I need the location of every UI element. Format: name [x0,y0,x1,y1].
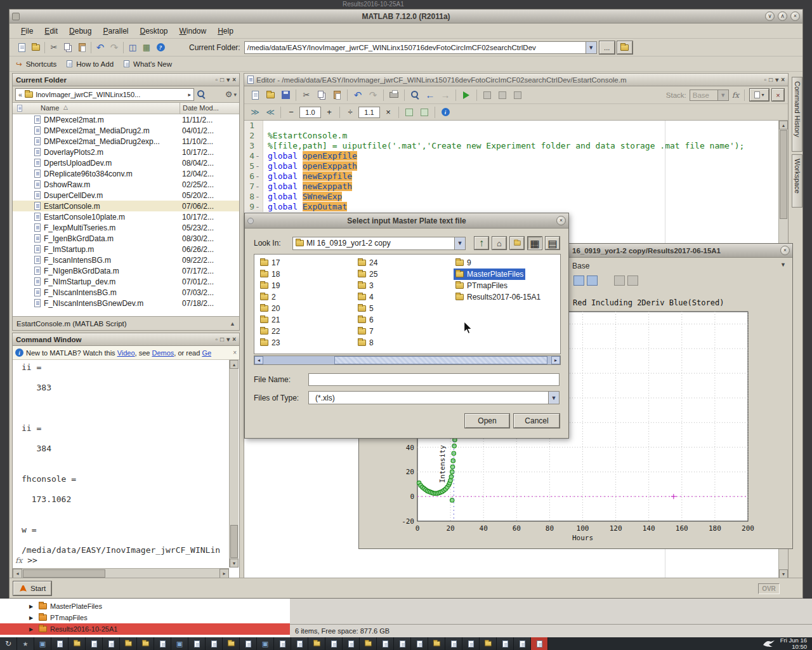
taskbar-item[interactable] [497,637,514,650]
dialog-titlebar[interactable]: Select input Master Plate text file × [245,213,568,229]
folder-item[interactable]: 3 [356,280,376,291]
taskbar-item[interactable] [223,637,240,650]
folder-item[interactable]: 19 [258,280,282,291]
folder-item[interactable]: 21 [258,314,282,326]
undo-button[interactable]: ↶ [351,88,365,102]
go-forward-button[interactable]: → [438,88,452,102]
folder-item[interactable]: 4 [356,291,376,303]
run-button[interactable] [459,88,473,102]
decrement-button[interactable]: − [284,105,298,119]
getting-started-link[interactable]: Ge [202,349,211,357]
file-row[interactable]: F_IscanIntensBG.m09/22/2... [13,255,239,265]
taskbar-item[interactable] [274,637,291,650]
menu-debug[interactable]: Debug [64,25,96,37]
maximize-button[interactable]: ∧ [778,11,787,21]
scroll-right-icon[interactable]: ▸ [219,569,229,578]
close-panel-icon[interactable]: × [232,76,236,83]
scroll-left-icon[interactable]: ◂ [254,356,263,364]
fx-button[interactable]: fx [732,91,739,100]
go-back-button[interactable]: ← [423,88,437,102]
file-row[interactable]: DMPexcel2mat.m11/11/2... [13,114,239,125]
figure-tool-icon[interactable] [614,275,625,286]
file-name-input[interactable] [308,373,560,386]
scroll-up-icon[interactable]: ▴ [779,121,788,129]
paste-button[interactable] [75,41,89,55]
sort-ascending-icon[interactable]: △ [63,104,68,110]
show-desktop-button[interactable]: ↻ [0,637,17,650]
matlab-titlebar[interactable]: MATLAB 7.12.0 (R2011a) ∨ ∧ × [10,10,802,23]
folder-item[interactable]: 17 [258,257,282,269]
taskbar-item[interactable] [206,637,223,650]
file-row[interactable]: DoverlayPlots2.m10/17/2... [13,147,239,157]
step-button[interactable] [495,88,509,102]
current-folder-combobox[interactable]: /media/data/EASY/InovImager_jwrCF_WINLin… [244,41,597,54]
file-row[interactable]: F_IgenBkGrdData.m08/30/2... [13,233,239,244]
tree-expand-icon[interactable]: ▶ [29,627,36,632]
open-file-button[interactable] [263,88,277,102]
breakpoints-button[interactable] [480,88,494,102]
taskbar-item[interactable] [480,637,497,650]
start-button[interactable]: Start [13,581,51,595]
find-button[interactable] [408,88,422,102]
scroll-right-icon[interactable]: ▸ [551,356,560,364]
taskbar-item[interactable] [514,637,531,650]
breadcrumb-back-icon[interactable]: « [18,91,22,98]
taskbar-item[interactable] [86,637,103,650]
tab-command-history[interactable]: Command History [792,77,802,152]
figure-combo-dropdown-icon[interactable]: ▼ [780,262,786,268]
menu-window[interactable]: Window [174,25,212,37]
taskbar-item[interactable] [69,637,86,650]
file-row[interactable]: DReplicate96to384conv.m12/04/2... [13,168,239,179]
tree-item[interactable]: ▶MasterPlateFiles [0,600,290,612]
file-manager-tree[interactable]: ▶MasterPlateFiles▶PTmapFiles▶Results2016… [0,599,290,637]
taskbar-item[interactable]: ▣ [171,637,188,650]
multiply-button[interactable]: × [381,105,395,119]
search-icon[interactable] [197,90,206,99]
scrollbar-thumb[interactable] [23,569,105,578]
simulink-button[interactable]: ◫ [126,41,140,55]
file-row[interactable]: F_NIscanIntensBG.m07/03/2... [13,287,239,298]
taskbar-item[interactable] [308,637,325,650]
combo-dropdown-icon[interactable]: ▼ [586,42,596,53]
file-row[interactable]: DshowRaw.m02/25/2... [13,179,239,190]
name-column-label[interactable]: Name [41,104,59,112]
figure-tool-icon[interactable] [587,275,598,286]
folder-item[interactable]: 22 [258,326,282,337]
close-panel-icon[interactable]: × [781,76,785,83]
scrollbar-thumb[interactable] [334,356,547,364]
command-window-header[interactable]: Command Window ▫ □ ▾ × [13,333,239,346]
up-one-level-button[interactable]: ↑ [475,237,488,249]
scroll-up-icon[interactable]: ▴ [230,360,239,369]
maximize-panel-icon[interactable]: □ [220,336,224,343]
taskbar-item[interactable] [325,637,343,650]
folder-item[interactable]: 7 [356,326,376,337]
dialog-file-list[interactable]: 171819220212223 2425345678 9MasterPlateF… [254,254,561,354]
indent-left-icon[interactable]: ≪ [263,105,277,119]
home-button[interactable]: ⌂ [492,237,506,249]
date-column-label[interactable]: Date Mod... [183,104,219,112]
undock-icon[interactable]: ▫ [216,336,218,343]
file-row[interactable]: DMPexcel2mat_MediaDrug2.m04/01/2... [13,125,239,136]
indent-right-icon[interactable]: ≫ [248,105,262,119]
paste-button[interactable] [330,88,344,102]
taskbar-item[interactable] [360,637,377,650]
file-row[interactable]: F_NImStartup_dev.m07/01/2... [13,276,239,287]
tree-expand-icon[interactable]: ▶ [29,604,36,609]
taskbar-item[interactable] [428,637,445,650]
clock[interactable]: Fri Jun 16 10:50 [780,637,807,650]
taskbar-item[interactable]: ▣ [257,637,274,650]
banner-close-icon[interactable]: × [233,349,237,356]
breadcrumb[interactable]: « InovImager_jwrCF_WINLinx150... ▸ [15,88,194,101]
tray-bird-icon[interactable] [763,639,775,648]
redo-button[interactable]: ↷ [107,41,121,55]
collapse-details-icon[interactable]: ▲ [230,321,235,327]
taskbar-item[interactable] [343,637,360,650]
file-row[interactable]: DMPexcel2mat_MediaDrug2exp...11/10/2... [13,136,239,147]
panel-menu-icon[interactable]: ▾ [775,76,778,83]
undo-button[interactable]: ↶ [93,41,107,55]
folder-item[interactable]: 18 [258,269,282,280]
tree-item[interactable]: ▶Results2016-10-25A1 [0,623,290,635]
new-file-button[interactable] [15,41,29,55]
help-button[interactable]: ? [154,41,167,55]
file-row[interactable]: F_ImStartup.m06/26/2... [13,244,239,255]
